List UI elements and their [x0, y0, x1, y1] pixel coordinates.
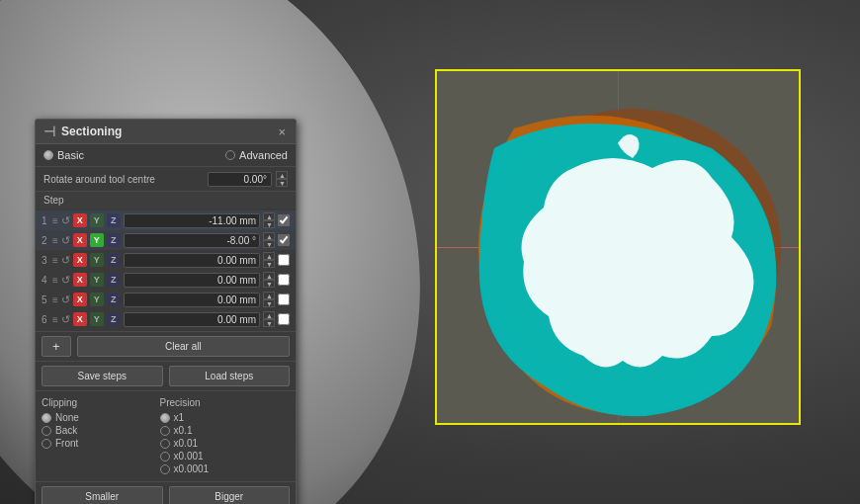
- step3-checkbox[interactable]: [278, 254, 290, 266]
- step1-value[interactable]: [124, 213, 260, 228]
- close-button[interactable]: ×: [276, 126, 288, 138]
- rotate-value-input[interactable]: [208, 172, 272, 187]
- precision-x0001-item[interactable]: x0.001: [160, 450, 290, 462]
- step1-spin-down[interactable]: ▼: [263, 220, 275, 228]
- clipping-front-radio[interactable]: [42, 439, 51, 449]
- step4-spin-down[interactable]: ▼: [263, 280, 275, 288]
- step5-spin-down[interactable]: ▼: [263, 299, 275, 307]
- basic-radio-group[interactable]: Basic: [43, 149, 84, 161]
- step6-spin-up[interactable]: ▲: [263, 311, 275, 319]
- step5-checkbox[interactable]: [278, 294, 290, 305]
- step-actions: + Clear all: [36, 331, 296, 361]
- rotate-label: Rotate around tool centre: [43, 174, 204, 185]
- step5-z-btn[interactable]: Z: [107, 293, 121, 306]
- step5-spin-up[interactable]: ▲: [263, 292, 275, 299]
- step1-z-btn[interactable]: Z: [107, 213, 121, 227]
- clear-all-button[interactable]: Clear all: [77, 336, 290, 357]
- precision-x00001-radio[interactable]: [160, 464, 170, 474]
- step3-spin-up[interactable]: ▲: [263, 252, 275, 260]
- step4-spin-up[interactable]: ▲: [263, 272, 275, 280]
- step-row-4: 4 ≡ ↺ X Y Z ▲ ▼: [36, 270, 296, 290]
- step-refresh-2[interactable]: ↺: [61, 234, 70, 247]
- precision-x1-item[interactable]: x1: [160, 411, 290, 424]
- step3-spin-down[interactable]: ▼: [263, 260, 275, 268]
- rotate-spin-up[interactable]: ▲: [276, 171, 288, 179]
- step-refresh-1[interactable]: ↺: [61, 214, 70, 227]
- bigger-button[interactable]: Bigger: [169, 486, 291, 504]
- clipping-none-radio[interactable]: [42, 413, 51, 423]
- precision-x0001-radio[interactable]: [160, 452, 170, 462]
- precision-section: Precision x1 x0.1 x0.01 x0.001: [160, 397, 290, 475]
- step-menu-2[interactable]: ≡: [52, 235, 58, 246]
- step-num-6: 6: [42, 314, 49, 325]
- clipping-back-item[interactable]: Back: [42, 424, 150, 437]
- step4-x-btn[interactable]: X: [73, 273, 87, 287]
- precision-x001-radio[interactable]: [160, 439, 170, 449]
- step6-y-btn[interactable]: Y: [90, 312, 104, 326]
- clipping-none-item[interactable]: None: [42, 411, 150, 424]
- step2-spin-down[interactable]: ▼: [263, 240, 275, 248]
- step4-z-btn[interactable]: Z: [107, 273, 121, 287]
- step-menu-4[interactable]: ≡: [52, 275, 58, 286]
- step3-x-btn[interactable]: X: [73, 253, 87, 267]
- save-steps-button[interactable]: Save steps: [42, 366, 163, 386]
- smaller-button[interactable]: Smaller: [42, 486, 163, 504]
- step4-y-btn[interactable]: Y: [90, 273, 104, 287]
- load-steps-button[interactable]: Load steps: [169, 366, 291, 386]
- precision-x01-item[interactable]: x0.1: [160, 424, 290, 437]
- step2-y-btn[interactable]: Y: [90, 233, 104, 247]
- step-num-5: 5: [42, 294, 49, 305]
- step2-checkbox[interactable]: [278, 234, 290, 246]
- step2-x-btn[interactable]: X: [73, 233, 87, 247]
- step-num-2: 2: [42, 235, 49, 246]
- precision-x01-radio[interactable]: [160, 426, 170, 436]
- step4-value[interactable]: [124, 273, 260, 288]
- rotate-spin-down[interactable]: ▼: [276, 179, 288, 187]
- step2-value[interactable]: [124, 233, 260, 248]
- basic-radio[interactable]: [43, 150, 53, 160]
- step6-x-btn[interactable]: X: [73, 312, 87, 326]
- clipping-back-radio[interactable]: [42, 426, 51, 436]
- step1-spin-up[interactable]: ▲: [263, 212, 275, 220]
- step1-y-btn[interactable]: Y: [90, 213, 104, 227]
- clipping-back-label: Back: [55, 425, 77, 436]
- smaller-bigger-row: Smaller Bigger: [36, 481, 296, 504]
- step2-spin-up[interactable]: ▲: [263, 232, 275, 240]
- step3-value[interactable]: [124, 253, 260, 268]
- step-refresh-3[interactable]: ↺: [61, 254, 70, 267]
- step-menu-6[interactable]: ≡: [52, 314, 58, 325]
- step6-z-btn[interactable]: Z: [107, 312, 121, 326]
- step1-checkbox[interactable]: [278, 214, 290, 226]
- step6-value[interactable]: [124, 312, 260, 327]
- step-row-3: 3 ≡ ↺ X Y Z ▲ ▼: [36, 250, 296, 270]
- step1-x-btn[interactable]: X: [73, 213, 87, 227]
- step-num-4: 4: [42, 275, 49, 286]
- step6-checkbox[interactable]: [278, 313, 290, 325]
- step3-z-btn[interactable]: Z: [107, 253, 121, 267]
- step-row-1: 1 ≡ ↺ X Y Z ▲ ▼: [36, 210, 296, 230]
- precision-x00001-item[interactable]: x0.0001: [160, 462, 290, 475]
- advanced-radio-group[interactable]: Advanced: [225, 149, 288, 161]
- step5-value[interactable]: [124, 293, 260, 307]
- advanced-radio[interactable]: [225, 150, 235, 160]
- add-step-button[interactable]: +: [42, 336, 71, 357]
- step-refresh-4[interactable]: ↺: [61, 274, 70, 287]
- bounding-box: [435, 69, 801, 425]
- step5-y-btn[interactable]: Y: [90, 293, 104, 306]
- step5-x-btn[interactable]: X: [73, 293, 87, 306]
- step-num-3: 3: [42, 255, 49, 266]
- step-menu-3[interactable]: ≡: [52, 255, 58, 266]
- sectioning-panel: ⊣ Sectioning × Basic Advanced Rotate aro…: [35, 119, 297, 504]
- precision-x001-item[interactable]: x0.01: [160, 437, 290, 450]
- precision-x001-label: x0.01: [174, 438, 198, 449]
- step-refresh-6[interactable]: ↺: [61, 313, 70, 326]
- step4-checkbox[interactable]: [278, 274, 290, 286]
- step6-spin-down[interactable]: ▼: [263, 319, 275, 327]
- step-menu-1[interactable]: ≡: [52, 215, 58, 226]
- step3-y-btn[interactable]: Y: [90, 253, 104, 267]
- step-menu-5[interactable]: ≡: [52, 294, 58, 305]
- step-refresh-5[interactable]: ↺: [61, 294, 70, 306]
- clipping-front-item[interactable]: Front: [42, 437, 150, 450]
- step2-z-btn[interactable]: Z: [107, 233, 121, 247]
- precision-x1-radio[interactable]: [160, 413, 170, 423]
